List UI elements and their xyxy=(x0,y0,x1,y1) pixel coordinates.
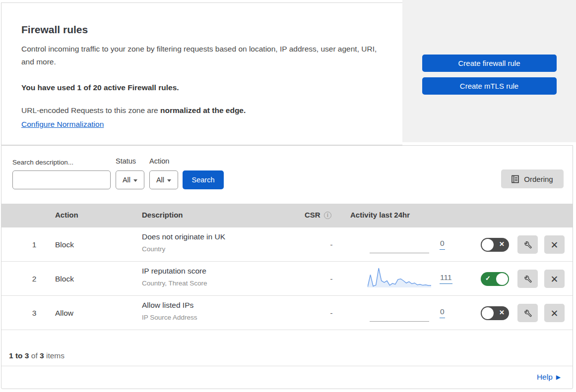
wrench-icon xyxy=(523,274,532,283)
configure-normalization-link[interactable]: Configure Normalization xyxy=(21,120,104,129)
create-firewall-rule-button[interactable]: Create firewall rule xyxy=(422,55,557,72)
actions-panel: Create firewall rule Create mTLS rule xyxy=(402,0,576,142)
column-header-csr: CSR xyxy=(305,211,320,219)
close-icon: ✕ xyxy=(551,239,559,250)
rule-enabled-toggle[interactable]: ✓ ✕ xyxy=(481,306,509,320)
delete-rule-button[interactable]: ✕ xyxy=(544,270,565,288)
csr-info-icon[interactable]: i xyxy=(324,212,331,219)
page-title: Firewall rules xyxy=(21,24,88,36)
column-header-description: Description xyxy=(142,211,183,219)
search-button[interactable]: Search xyxy=(183,170,224,189)
toggle-knob xyxy=(482,239,494,251)
delete-rule-button[interactable]: ✕ xyxy=(544,235,565,254)
normalization-note: URL-encoded Requests to this zone are no… xyxy=(21,106,246,115)
toggle-knob xyxy=(496,273,508,285)
rule-description: Allow listed IPs xyxy=(142,301,193,310)
activity-sparkline xyxy=(368,266,431,289)
arrow-right-icon: ▶ xyxy=(556,374,561,381)
rule-priority: 3 xyxy=(27,296,41,330)
normalization-note-bold: normalized at the edge. xyxy=(160,106,246,114)
chevron-down-icon xyxy=(167,179,171,182)
ordering-button-label: Ordering xyxy=(524,175,553,183)
activity-count-link[interactable]: 0 xyxy=(440,307,445,318)
table-row: 2 Block IP reputation score Country, Thr… xyxy=(1,262,573,296)
pagination-items: items xyxy=(44,351,64,360)
help-divider xyxy=(1,366,573,366)
activity-count-link[interactable]: 0 xyxy=(440,239,445,250)
status-dropdown-value: All xyxy=(123,176,130,184)
page-description: Control incoming traffic to your zone by… xyxy=(21,43,388,68)
rule-csr-value: - xyxy=(326,227,336,262)
toggle-knob xyxy=(482,307,494,319)
firewall-rules-header-card: Firewall rules Control incoming traffic … xyxy=(1,2,402,145)
pagination-range: 1 to 3 xyxy=(9,351,29,360)
rule-csr-value: - xyxy=(326,262,336,296)
edit-rule-button[interactable] xyxy=(517,270,538,288)
status-dropdown[interactable]: All xyxy=(116,170,144,189)
activity-sparkline xyxy=(368,300,431,323)
rule-action: Allow xyxy=(55,296,73,330)
help-link[interactable]: Help▶ xyxy=(537,373,561,382)
table-row: 3 Allow Allow listed IPs IP Source Addre… xyxy=(1,296,573,330)
rule-fields: IP Source Address xyxy=(142,314,197,321)
wrench-icon xyxy=(523,308,532,318)
action-label: Action xyxy=(149,157,169,165)
close-icon: ✕ xyxy=(551,274,559,284)
normalization-note-prefix: URL-encoded Requests to this zone are xyxy=(21,106,160,114)
rule-priority: 2 xyxy=(27,262,41,296)
help-link-label: Help xyxy=(537,373,553,382)
column-header-action: Action xyxy=(55,211,78,219)
pagination-summary: 1 to 3 of 3 items xyxy=(9,351,64,360)
usage-summary: You have used 1 of 20 active Firewall ru… xyxy=(21,83,179,92)
rule-action: Block xyxy=(55,227,74,262)
delete-rule-button[interactable]: ✕ xyxy=(544,304,565,322)
rule-priority: 1 xyxy=(27,227,41,262)
wrench-icon xyxy=(523,240,532,249)
rule-enabled-toggle[interactable]: ✓ ✕ xyxy=(481,238,509,252)
chevron-down-icon xyxy=(133,179,137,182)
status-label: Status xyxy=(116,157,136,165)
rule-fields: Country xyxy=(142,245,165,253)
edit-rule-button[interactable] xyxy=(517,304,538,322)
rule-action: Block xyxy=(55,262,74,296)
rule-csr-value: - xyxy=(326,296,336,330)
edit-rule-button[interactable] xyxy=(517,235,538,254)
check-icon: ✓ xyxy=(485,275,491,282)
firewall-rules-page: Firewall rules Control incoming traffic … xyxy=(0,0,576,392)
x-icon: ✕ xyxy=(499,309,505,316)
search-input-wrapper xyxy=(12,170,111,189)
column-header-activity: Activity last 24hr xyxy=(350,211,410,219)
rule-description: Does not originate in UK xyxy=(142,232,225,241)
search-label: Search description... xyxy=(12,159,73,166)
ordering-list-icon xyxy=(512,175,519,183)
rule-fields: Country, Threat Score xyxy=(142,280,207,287)
action-dropdown[interactable]: All xyxy=(149,170,178,189)
close-icon: ✕ xyxy=(551,308,559,319)
activity-sparkline xyxy=(368,232,431,255)
activity-count-link[interactable]: 111 xyxy=(440,273,452,284)
rules-list-card: Search description... Status Action All … xyxy=(1,145,573,389)
rule-description: IP reputation score xyxy=(142,267,206,276)
pagination-total: 3 xyxy=(40,351,44,360)
table-header: Action Description CSR i Activity last 2… xyxy=(1,204,573,227)
pagination-of: of xyxy=(29,351,40,360)
x-icon: ✕ xyxy=(499,240,505,248)
ordering-button[interactable]: Ordering xyxy=(501,169,564,188)
table-row: 1 Block Does not originate in UK Country… xyxy=(1,227,573,262)
action-dropdown-value: All xyxy=(156,176,164,184)
rule-enabled-toggle[interactable]: ✓ ✕ xyxy=(481,272,509,286)
search-input[interactable] xyxy=(22,176,112,184)
create-mtls-rule-button[interactable]: Create mTLS rule xyxy=(422,77,557,95)
